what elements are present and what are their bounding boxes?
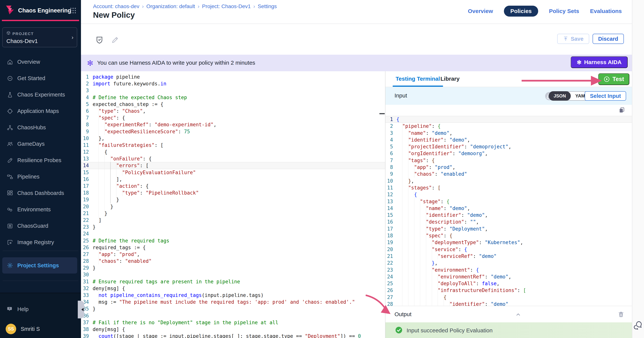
sidebar-item-resilience-probes[interactable]: Resilience Probes bbox=[0, 152, 81, 169]
input-code-editor[interactable]: 1{2 "pipeline": {3 "name": "demo",4 "ide… bbox=[386, 105, 632, 306]
module-switcher-icon[interactable] bbox=[69, 7, 77, 14]
test-button[interactable]: Test bbox=[598, 73, 629, 85]
code-line[interactable]: 1{ bbox=[386, 116, 632, 123]
code-line[interactable]: 32deny[msg] { bbox=[81, 285, 385, 292]
code-line[interactable]: 24 bbox=[81, 230, 385, 237]
code-line[interactable]: 30 bbox=[81, 271, 385, 278]
chevron-up-icon[interactable] bbox=[515, 311, 522, 318]
code-line[interactable]: 13 "stage": { bbox=[386, 198, 632, 205]
code-line[interactable]: 1package pipeline bbox=[81, 74, 385, 80]
copy-icon[interactable] bbox=[618, 107, 625, 114]
code-line[interactable]: 14 "errors": [ bbox=[81, 162, 385, 169]
code-line[interactable]: 23} bbox=[81, 224, 385, 230]
code-line[interactable]: 20 } bbox=[81, 203, 385, 210]
discard-button[interactable]: Discard bbox=[592, 34, 624, 44]
code-line[interactable]: 10 }, bbox=[386, 178, 632, 184]
code-line[interactable]: 5expected_chaos_step := { bbox=[81, 101, 385, 108]
sidebar-item-application-maps[interactable]: Application Maps bbox=[0, 103, 81, 119]
sidebar-item-pipelines[interactable]: Pipelines bbox=[0, 169, 81, 185]
code-line[interactable]: 2import future.keywords.in bbox=[81, 80, 385, 87]
edit-pencil-icon[interactable] bbox=[111, 36, 120, 44]
code-line[interactable]: 23 "environment": { bbox=[386, 266, 632, 273]
code-line[interactable]: 24 "environmentRef": "demo", bbox=[386, 273, 632, 280]
code-line[interactable]: 17 "action": { bbox=[81, 183, 385, 189]
code-line[interactable]: 21 } bbox=[81, 210, 385, 217]
toggle-option-json[interactable]: JSON bbox=[549, 91, 571, 101]
code-line[interactable]: 8 "app": "prod", bbox=[386, 164, 632, 171]
code-line[interactable]: 28 "chaos": "enabled" bbox=[81, 258, 385, 264]
code-line[interactable]: 6 "type": "Chaos", bbox=[81, 108, 385, 114]
sidebar-item-image-registry[interactable]: Image Registry bbox=[0, 234, 81, 250]
code-line[interactable]: 3 "name": "demo", bbox=[386, 130, 632, 137]
sidebar-item-chaos-experiments[interactable]: Chaos Experiments bbox=[0, 87, 81, 103]
code-line[interactable]: 29} bbox=[81, 264, 385, 271]
code-line[interactable]: 16 ], bbox=[81, 176, 385, 183]
sidebar-collapse-handle[interactable] bbox=[78, 301, 84, 318]
code-line[interactable]: 5 "projectIdentifier": "demoproject", bbox=[386, 143, 632, 150]
breadcrumb-item[interactable]: Project: Chaos-Dev1 bbox=[202, 4, 251, 10]
code-line[interactable]: 9 "chaos": "enabled" bbox=[386, 171, 632, 177]
code-line[interactable]: 4 "identifier": "demo", bbox=[386, 137, 632, 143]
code-line[interactable]: 17 "type": "Deployment", bbox=[386, 225, 632, 232]
code-line[interactable]: 38deny[msg] { bbox=[81, 326, 385, 333]
code-line[interactable]: 34 msg := "The pipeline must include the… bbox=[81, 299, 385, 305]
project-selector[interactable]: PROJECT Chaos-Dev1 › bbox=[2, 27, 77, 47]
sidebar-item-help[interactable]: ? Help bbox=[0, 302, 81, 316]
code-line[interactable]: 11 "failureStrategies": [ bbox=[81, 142, 385, 149]
code-line[interactable]: 26 "infrastructureDefinitions": [ bbox=[386, 287, 632, 294]
code-line[interactable]: 19 "deploymentType": "Kubernetes", bbox=[386, 239, 632, 246]
code-line[interactable]: 8 "experimentRef": "demo-experiment-id", bbox=[81, 121, 385, 128]
code-line[interactable]: 7 "tags": { bbox=[386, 157, 632, 164]
code-line[interactable]: 25# Define the required tags bbox=[81, 237, 385, 244]
code-line[interactable]: 28 "identifier": "demo" bbox=[386, 301, 632, 306]
harness-logo-icon[interactable] bbox=[4, 4, 16, 16]
code-line[interactable]: 21 "serviceRef": "demo" bbox=[386, 253, 632, 260]
code-line[interactable]: 2 "pipeline": { bbox=[386, 123, 632, 130]
shield-check-icon[interactable] bbox=[95, 36, 104, 44]
tab-library[interactable]: Library bbox=[439, 75, 461, 82]
tab-overview[interactable]: Overview bbox=[468, 6, 493, 17]
harness-aida-button[interactable]: ✻ Harness AIDA bbox=[571, 56, 628, 68]
code-line[interactable]: 9 "expectedResilienceScore": 75 bbox=[81, 128, 385, 135]
tab-policy-sets[interactable]: Policy Sets bbox=[549, 6, 579, 17]
user-menu[interactable]: SS Smriti S bbox=[0, 322, 81, 335]
code-line[interactable]: 18 "type": "PipelineRollback" bbox=[81, 189, 385, 196]
tab-policies[interactable]: Policies bbox=[504, 6, 538, 17]
code-line[interactable]: 18 "spec": { bbox=[386, 232, 632, 239]
save-button[interactable]: Save bbox=[557, 34, 589, 44]
sidebar-item-chaos-dashboards[interactable]: Chaos Dashboards bbox=[0, 185, 81, 201]
tab-testing-terminal[interactable]: Testing Terminal bbox=[394, 75, 441, 82]
code-line[interactable]: 27 { bbox=[386, 294, 632, 301]
support-chat-icon[interactable] bbox=[633, 320, 643, 330]
code-line[interactable]: 20 "service": { bbox=[386, 246, 632, 253]
code-line[interactable]: 31# Ensure required tags are present in … bbox=[81, 278, 385, 285]
code-line[interactable]: 26required_tags := { bbox=[81, 244, 385, 251]
code-line[interactable]: 14 "name": "demo", bbox=[386, 205, 632, 212]
code-line[interactable]: 11 "stages": [ bbox=[386, 184, 632, 191]
code-line[interactable]: 19 } bbox=[81, 196, 385, 203]
breadcrumb-item[interactable]: Account: chaos-dev bbox=[93, 4, 139, 10]
select-input-button[interactable]: Select Input bbox=[585, 91, 626, 101]
code-line[interactable]: 15 "PolicyEvaluationFailure" bbox=[81, 169, 385, 176]
code-line[interactable]: 7 "spec": { bbox=[81, 114, 385, 121]
code-line[interactable]: 35} bbox=[81, 305, 385, 312]
tab-evaluations[interactable]: Evaluations bbox=[590, 6, 622, 17]
policy-code-editor[interactable]: 1package pipeline2import future.keywords… bbox=[81, 71, 385, 338]
sidebar-item-chaosguard[interactable]: ChaosGuard bbox=[0, 218, 81, 234]
breadcrumb-item[interactable]: Settings bbox=[258, 4, 277, 10]
sidebar-item-get-started[interactable]: Get Started bbox=[0, 70, 81, 87]
code-line[interactable]: 16 "description": "", bbox=[386, 218, 632, 225]
code-line[interactable]: 25 "deployToAll": false, bbox=[386, 280, 632, 287]
code-line[interactable]: 13 "onFailure": { bbox=[81, 155, 385, 162]
code-line[interactable]: 39 count([stage | stage := input.pipelin… bbox=[81, 333, 385, 338]
sidebar-item-gamedays[interactable]: GameDays bbox=[0, 136, 81, 152]
code-line[interactable]: 4# Define the expected Chaos step bbox=[81, 94, 385, 101]
code-line[interactable]: 22 ] bbox=[81, 217, 385, 224]
code-line[interactable]: 22 }, bbox=[386, 260, 632, 266]
code-line[interactable]: 15 "identifier": "demo", bbox=[386, 212, 632, 218]
code-line[interactable]: 37# Fail if there is no "Deployment" sta… bbox=[81, 319, 385, 326]
code-line[interactable]: 27 "app": "prod", bbox=[81, 251, 385, 258]
sidebar-item-project-settings[interactable]: Project Settings bbox=[2, 257, 77, 273]
code-line[interactable]: 36 bbox=[81, 312, 385, 319]
sidebar-item-overview[interactable]: Overview bbox=[0, 54, 81, 70]
